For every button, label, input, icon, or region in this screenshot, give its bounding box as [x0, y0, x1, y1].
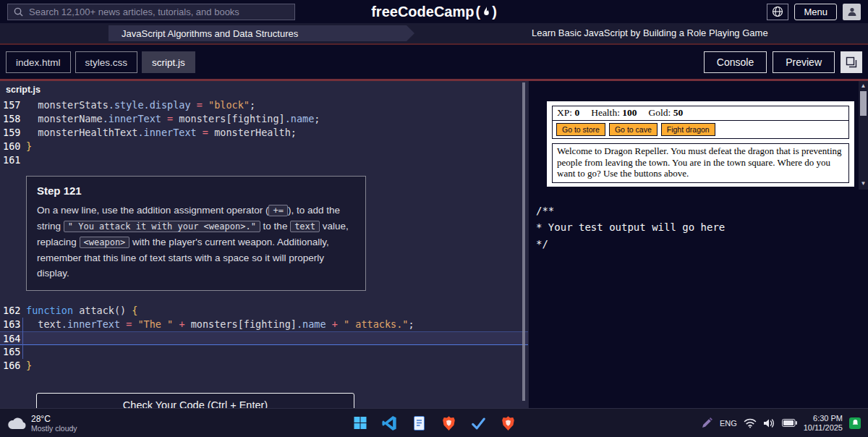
start-button[interactable]: [351, 414, 370, 433]
search-box[interactable]: [7, 4, 295, 20]
tab-styles-css[interactable]: styles.css: [75, 51, 138, 73]
brave-icon: [442, 415, 456, 431]
weather-widget[interactable]: 28°C Mostly cloudy: [7, 414, 77, 433]
test-console-output: /** * Your test output will go here */: [529, 190, 868, 408]
step-body: On a new line, use the addition assignme…: [37, 203, 355, 281]
indent-guide: [22, 318, 23, 359]
line-number: 159: [0, 126, 26, 140]
language-globe-button[interactable]: [767, 4, 788, 20]
notebook-icon: [412, 415, 427, 431]
preview-window-button[interactable]: [841, 51, 862, 73]
todo-taskbar-icon[interactable]: [469, 414, 488, 433]
vscode-taskbar-icon[interactable]: [380, 414, 399, 433]
game-text: Welcome to Dragon Repeller. You must def…: [552, 143, 849, 183]
main-area: script.js 157 monsterStats.style.display…: [0, 81, 868, 408]
game-stats: XP: 0 Health: 100 Gold: 50: [552, 106, 849, 121]
line-number: 166: [0, 359, 26, 373]
avatar[interactable]: [843, 4, 861, 20]
brave-profile-taskbar-icon[interactable]: [499, 414, 518, 433]
code-line-158[interactable]: 158 monsterName.innerText = monsters[fig…: [0, 112, 528, 126]
line-number: 157: [0, 98, 26, 112]
speaker-icon: [763, 418, 775, 428]
breadcrumb-course-link[interactable]: JavaScript Algorithms and Data Structure…: [109, 25, 407, 41]
code-line-161[interactable]: 161: [0, 153, 528, 167]
code-line-157[interactable]: 157 monsterStats.style.display = "block"…: [0, 98, 528, 112]
weather-temp: 28°C: [31, 414, 77, 424]
code-line-163[interactable]: 163 text.innerText = "The " + monsters[f…: [0, 318, 528, 331]
logo-text: freeCodeCamp: [371, 4, 474, 20]
language-indicator[interactable]: ENG: [720, 419, 737, 428]
weather-desc: Mostly cloudy: [31, 424, 77, 433]
search-input[interactable]: [29, 7, 289, 17]
windows-icon: [354, 417, 366, 429]
line-number: 160: [0, 140, 26, 153]
line-number: 161: [0, 153, 26, 167]
bell-icon: [852, 420, 859, 426]
brave-taskbar-icon[interactable]: [440, 414, 459, 433]
pen-tray-icon[interactable]: [700, 417, 713, 430]
line-number: 162: [0, 304, 26, 318]
editor-filename: script.js: [0, 81, 528, 98]
breadcrumb-challenge-link[interactable]: Learn Basic JavaScript by Building a Rol…: [532, 27, 768, 38]
pen-icon: [700, 417, 713, 430]
preview-scrollbar-thumb[interactable]: [860, 91, 867, 116]
flame-icon: [482, 6, 490, 17]
tab-index-html[interactable]: index.html: [6, 51, 71, 73]
check-code-button[interactable]: Check Your Code (Ctrl + Enter): [36, 393, 354, 408]
time: 6:30 PM: [804, 414, 843, 423]
xp-stat: XP: 0: [557, 107, 579, 119]
code-line-162[interactable]: 162function attack() {: [0, 304, 528, 318]
editor-scrollbar[interactable]: [522, 82, 525, 401]
logo-paren-open: (: [475, 4, 480, 20]
volume-tray-icon[interactable]: [763, 418, 775, 428]
notes-taskbar-icon[interactable]: [410, 414, 429, 433]
inline-code: <weapon>: [80, 237, 130, 248]
go-to-store-button[interactable]: Go to store: [556, 123, 605, 136]
game-preview: XP: 0 Health: 100 Gold: 50 Go to store G…: [547, 101, 854, 187]
inline-code: +=: [268, 205, 287, 216]
go-to-cave-button[interactable]: Go to cave: [609, 123, 658, 136]
health-stat: Health: 100: [591, 107, 637, 119]
tab-script-js[interactable]: script.js: [142, 51, 195, 73]
external-window-icon: [846, 56, 857, 68]
step-instructions: Step 121 On a new line, use the addition…: [26, 176, 366, 291]
logo-paren-close: ): [492, 4, 497, 20]
cloud-icon: [7, 417, 26, 430]
code-line-165[interactable]: 165: [0, 345, 528, 359]
fight-dragon-button[interactable]: Fight dragon: [661, 123, 715, 136]
battery-tray-icon[interactable]: [782, 419, 797, 427]
code-editor: script.js 157 monsterStats.style.display…: [0, 81, 528, 408]
game-controls: Go to store Go to cave Fight dragon: [552, 120, 849, 139]
code-line-166[interactable]: 166}: [0, 359, 528, 373]
preview-button[interactable]: Preview: [773, 51, 835, 73]
globe-icon: [772, 6, 783, 17]
scroll-down-arrow-icon[interactable]: ▼: [859, 179, 868, 188]
code-line-159[interactable]: 159 monsterHealthText.innerText = monste…: [0, 126, 528, 140]
wifi-tray-icon[interactable]: [744, 418, 757, 428]
wifi-icon: [744, 418, 757, 428]
code-line-164[interactable]: 164: [0, 331, 528, 345]
freecodecamp-logo: freeCodeCamp ( ): [371, 4, 497, 20]
battery-icon: [782, 419, 797, 427]
inline-code: text: [290, 221, 320, 232]
step-title: Step 121: [37, 184, 355, 197]
console-button[interactable]: Console: [704, 51, 767, 73]
preview-scrollbar[interactable]: ▲ ▼: [859, 81, 868, 190]
code-line-160[interactable]: 160}: [0, 140, 528, 153]
brave-icon: [501, 415, 516, 431]
file-tab-bar: index.html styles.css script.js Console …: [0, 43, 868, 81]
vscode-icon: [382, 415, 398, 431]
clock[interactable]: 6:30 PM 10/11/2025: [804, 414, 843, 433]
top-navigation-bar: freeCodeCamp ( ) Menu: [0, 0, 868, 23]
notification-badge[interactable]: [849, 417, 861, 429]
preview-pane: XP: 0 Health: 100 Gold: 50 Go to store G…: [529, 81, 868, 190]
inline-code: " You attack it with your <weapon>.": [64, 221, 260, 232]
line-number: 158: [0, 112, 26, 126]
gold-stat: Gold: 50: [649, 107, 684, 119]
breadcrumb: JavaScript Algorithms and Data Structure…: [0, 23, 868, 43]
menu-button[interactable]: Menu: [794, 4, 837, 20]
scroll-up-arrow-icon[interactable]: ▲: [859, 81, 868, 90]
user-icon: [847, 7, 857, 17]
console-line: /**: [536, 203, 861, 219]
right-panel: XP: 0 Health: 100 Gold: 50 Go to store G…: [528, 81, 868, 408]
